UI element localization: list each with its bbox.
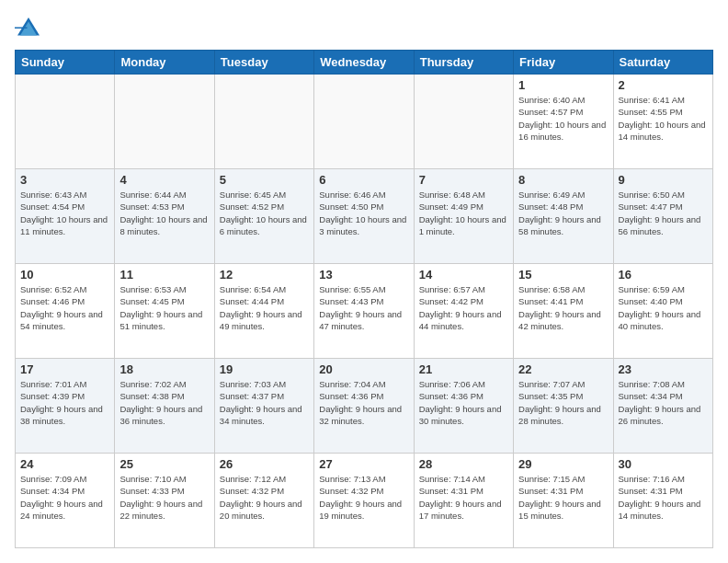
day-number: 25 <box>119 457 209 471</box>
day-info: Sunrise: 7:07 AM Sunset: 4:35 PM Dayligh… <box>518 378 608 427</box>
day-number: 14 <box>419 268 508 282</box>
calendar-cell: 5Sunrise: 6:45 AM Sunset: 4:52 PM Daylig… <box>214 169 313 264</box>
calendar-cell: 6Sunrise: 6:46 AM Sunset: 4:50 PM Daylig… <box>314 169 414 264</box>
calendar-cell: 1Sunrise: 6:40 AM Sunset: 4:57 PM Daylig… <box>514 75 613 169</box>
calendar-cell: 24Sunrise: 7:09 AM Sunset: 4:34 PM Dayli… <box>16 454 115 548</box>
logo <box>15 15 46 42</box>
calendar-cell: 15Sunrise: 6:58 AM Sunset: 4:41 PM Dayli… <box>514 264 613 359</box>
day-info: Sunrise: 7:01 AM Sunset: 4:39 PM Dayligh… <box>20 378 109 427</box>
day-info: Sunrise: 6:58 AM Sunset: 4:41 PM Dayligh… <box>518 283 608 332</box>
calendar-cell: 8Sunrise: 6:49 AM Sunset: 4:48 PM Daylig… <box>514 169 613 264</box>
page: SundayMondayTuesdayWednesdayThursdayFrid… <box>0 0 728 563</box>
day-number: 2 <box>619 78 708 92</box>
day-number: 20 <box>319 362 408 376</box>
day-number: 3 <box>20 173 109 187</box>
calendar-cell: 23Sunrise: 7:08 AM Sunset: 4:34 PM Dayli… <box>613 359 712 454</box>
day-info: Sunrise: 7:04 AM Sunset: 4:36 PM Dayligh… <box>319 378 408 427</box>
day-info: Sunrise: 7:08 AM Sunset: 4:34 PM Dayligh… <box>619 378 708 427</box>
day-info: Sunrise: 7:12 AM Sunset: 4:32 PM Dayligh… <box>220 473 309 522</box>
calendar-cell <box>314 75 414 169</box>
calendar-cell: 12Sunrise: 6:54 AM Sunset: 4:44 PM Dayli… <box>214 264 313 359</box>
day-number: 17 <box>20 362 109 376</box>
calendar-cell: 9Sunrise: 6:50 AM Sunset: 4:47 PM Daylig… <box>613 169 712 264</box>
day-number: 21 <box>419 362 508 376</box>
calendar-week-3: 10Sunrise: 6:52 AM Sunset: 4:46 PM Dayli… <box>16 264 713 359</box>
calendar-cell: 11Sunrise: 6:53 AM Sunset: 4:45 PM Dayli… <box>115 264 214 359</box>
day-number: 24 <box>20 457 109 471</box>
day-number: 1 <box>518 78 608 92</box>
calendar-cell <box>16 75 115 169</box>
day-info: Sunrise: 7:09 AM Sunset: 4:34 PM Dayligh… <box>20 473 109 522</box>
calendar-header-thursday: Thursday <box>414 51 513 75</box>
calendar-cell: 20Sunrise: 7:04 AM Sunset: 4:36 PM Dayli… <box>314 359 414 454</box>
day-number: 27 <box>319 457 408 471</box>
calendar-cell: 4Sunrise: 6:44 AM Sunset: 4:53 PM Daylig… <box>115 169 214 264</box>
calendar-cell: 21Sunrise: 7:06 AM Sunset: 4:36 PM Dayli… <box>414 359 513 454</box>
day-number: 5 <box>220 173 309 187</box>
calendar-week-4: 17Sunrise: 7:01 AM Sunset: 4:39 PM Dayli… <box>16 359 713 454</box>
calendar-cell <box>115 75 214 169</box>
calendar-header-saturday: Saturday <box>613 51 712 75</box>
day-number: 9 <box>619 173 708 187</box>
day-number: 28 <box>419 457 508 471</box>
calendar-week-5: 24Sunrise: 7:09 AM Sunset: 4:34 PM Dayli… <box>16 454 713 548</box>
day-info: Sunrise: 7:06 AM Sunset: 4:36 PM Dayligh… <box>419 378 508 427</box>
day-info: Sunrise: 7:14 AM Sunset: 4:31 PM Dayligh… <box>419 473 508 522</box>
day-info: Sunrise: 6:50 AM Sunset: 4:47 PM Dayligh… <box>619 189 708 237</box>
day-info: Sunrise: 7:02 AM Sunset: 4:38 PM Dayligh… <box>119 378 209 427</box>
day-number: 30 <box>619 457 708 471</box>
day-info: Sunrise: 6:45 AM Sunset: 4:52 PM Dayligh… <box>220 189 309 237</box>
calendar-cell: 27Sunrise: 7:13 AM Sunset: 4:32 PM Dayli… <box>314 454 414 548</box>
svg-rect-2 <box>15 28 28 29</box>
day-number: 15 <box>518 268 608 282</box>
calendar-header-wednesday: Wednesday <box>314 51 414 75</box>
day-number: 16 <box>619 268 708 282</box>
day-info: Sunrise: 6:48 AM Sunset: 4:49 PM Dayligh… <box>419 189 508 237</box>
day-number: 8 <box>518 173 608 187</box>
day-info: Sunrise: 6:44 AM Sunset: 4:53 PM Dayligh… <box>119 189 209 237</box>
day-info: Sunrise: 6:46 AM Sunset: 4:50 PM Dayligh… <box>319 189 408 237</box>
day-info: Sunrise: 6:40 AM Sunset: 4:57 PM Dayligh… <box>518 94 608 143</box>
calendar-cell: 26Sunrise: 7:12 AM Sunset: 4:32 PM Dayli… <box>214 454 313 548</box>
day-info: Sunrise: 6:41 AM Sunset: 4:55 PM Dayligh… <box>619 94 708 143</box>
day-info: Sunrise: 6:53 AM Sunset: 4:45 PM Dayligh… <box>119 283 209 332</box>
day-info: Sunrise: 7:16 AM Sunset: 4:31 PM Dayligh… <box>619 473 708 522</box>
calendar-cell: 18Sunrise: 7:02 AM Sunset: 4:38 PM Dayli… <box>115 359 214 454</box>
calendar-week-1: 1Sunrise: 6:40 AM Sunset: 4:57 PM Daylig… <box>16 75 713 169</box>
calendar-cell: 29Sunrise: 7:15 AM Sunset: 4:31 PM Dayli… <box>514 454 613 548</box>
day-info: Sunrise: 6:54 AM Sunset: 4:44 PM Dayligh… <box>220 283 309 332</box>
calendar-cell: 3Sunrise: 6:43 AM Sunset: 4:54 PM Daylig… <box>16 169 115 264</box>
day-info: Sunrise: 6:59 AM Sunset: 4:40 PM Dayligh… <box>619 283 708 332</box>
calendar-cell <box>214 75 313 169</box>
day-number: 22 <box>518 362 608 376</box>
day-number: 29 <box>518 457 608 471</box>
day-number: 10 <box>20 268 109 282</box>
day-info: Sunrise: 6:57 AM Sunset: 4:42 PM Dayligh… <box>419 283 508 332</box>
day-info: Sunrise: 7:13 AM Sunset: 4:32 PM Dayligh… <box>319 473 408 522</box>
day-info: Sunrise: 6:52 AM Sunset: 4:46 PM Dayligh… <box>20 283 109 332</box>
calendar-cell: 25Sunrise: 7:10 AM Sunset: 4:33 PM Dayli… <box>115 454 214 548</box>
logo-icon <box>15 15 42 42</box>
calendar-cell: 30Sunrise: 7:16 AM Sunset: 4:31 PM Dayli… <box>613 454 712 548</box>
calendar-cell: 22Sunrise: 7:07 AM Sunset: 4:35 PM Dayli… <box>514 359 613 454</box>
calendar-cell: 17Sunrise: 7:01 AM Sunset: 4:39 PM Dayli… <box>16 359 115 454</box>
calendar-week-2: 3Sunrise: 6:43 AM Sunset: 4:54 PM Daylig… <box>16 169 713 264</box>
day-info: Sunrise: 6:43 AM Sunset: 4:54 PM Dayligh… <box>20 189 109 237</box>
calendar-header-monday: Monday <box>115 51 214 75</box>
calendar-header-tuesday: Tuesday <box>214 51 313 75</box>
calendar-cell <box>414 75 513 169</box>
day-info: Sunrise: 7:15 AM Sunset: 4:31 PM Dayligh… <box>518 473 608 522</box>
day-info: Sunrise: 7:10 AM Sunset: 4:33 PM Dayligh… <box>119 473 209 522</box>
calendar-header-friday: Friday <box>514 51 613 75</box>
calendar-cell: 28Sunrise: 7:14 AM Sunset: 4:31 PM Dayli… <box>414 454 513 548</box>
day-number: 7 <box>419 173 508 187</box>
calendar-cell: 2Sunrise: 6:41 AM Sunset: 4:55 PM Daylig… <box>613 75 712 169</box>
day-number: 12 <box>220 268 309 282</box>
day-number: 18 <box>119 362 209 376</box>
day-info: Sunrise: 6:49 AM Sunset: 4:48 PM Dayligh… <box>518 189 608 237</box>
day-info: Sunrise: 7:03 AM Sunset: 4:37 PM Dayligh… <box>220 378 309 427</box>
calendar-header-row: SundayMondayTuesdayWednesdayThursdayFrid… <box>16 51 713 75</box>
calendar-header-sunday: Sunday <box>16 51 115 75</box>
day-number: 6 <box>319 173 408 187</box>
day-number: 4 <box>119 173 209 187</box>
